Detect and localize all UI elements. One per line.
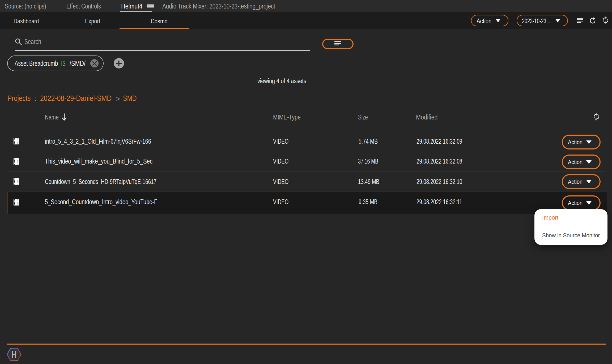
svg-text:H: H [11,349,17,360]
